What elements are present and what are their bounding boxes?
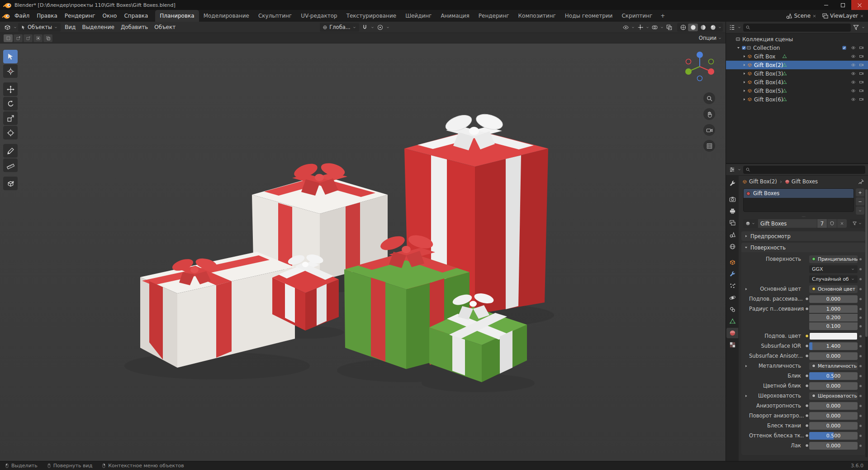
filter-icon[interactable] xyxy=(853,24,859,31)
workspace-tab[interactable]: Моделирование xyxy=(199,10,254,22)
remove-slot-button[interactable] xyxy=(856,197,864,206)
hide-toggle[interactable] xyxy=(851,54,856,59)
decorator-dot[interactable] xyxy=(858,375,863,377)
fake-user-button[interactable] xyxy=(827,219,837,228)
pan-button[interactable] xyxy=(703,108,715,120)
workspace-tab[interactable]: Шейдинг xyxy=(401,10,436,22)
maximize-button[interactable] xyxy=(835,0,851,10)
tab-physics[interactable] xyxy=(726,293,738,303)
tool-scale-button[interactable] xyxy=(3,111,18,125)
material-name-field[interactable]: Gift Boxes xyxy=(758,219,817,228)
render-toggle[interactable] xyxy=(859,80,864,85)
workspace-tab[interactable]: Ноды геометрии xyxy=(560,10,617,22)
tab-scene[interactable] xyxy=(726,230,738,240)
select-mode-set-button[interactable] xyxy=(4,34,13,42)
tool-move-button[interactable] xyxy=(3,82,18,96)
hide-toggle[interactable] xyxy=(851,97,856,102)
node-link-button[interactable]: Металличность xyxy=(809,362,858,370)
menu-item[interactable]: Правка xyxy=(33,11,61,20)
proportional-editing-toggle[interactable] xyxy=(375,23,385,32)
camera-view-button[interactable] xyxy=(703,124,715,136)
workspace-tab[interactable]: Рендеринг xyxy=(474,10,514,22)
decorator-dot[interactable] xyxy=(858,325,863,327)
properties-editor-icon[interactable] xyxy=(729,166,735,173)
node-link-button[interactable]: Принципиальный BSDF xyxy=(809,255,858,263)
value-slider[interactable]: 1.000 xyxy=(809,305,858,313)
decorator-dot[interactable] xyxy=(858,365,863,367)
outliner-row[interactable]: Gift Box(3) xyxy=(726,69,868,78)
decorator-dot[interactable] xyxy=(858,268,863,270)
tab-modifiers[interactable] xyxy=(726,269,738,279)
workspace-tab[interactable]: UV-редактор xyxy=(296,10,342,22)
decorator-dot[interactable] xyxy=(858,298,863,300)
outliner-row[interactable]: Gift Box(4) xyxy=(726,78,868,86)
menu-item[interactable]: Рендеринг xyxy=(61,11,99,20)
show-gizmos-toggle[interactable] xyxy=(636,23,645,32)
render-toggle[interactable] xyxy=(859,97,864,102)
breadcrumb-object[interactable]: Gift Box(2) xyxy=(749,178,777,185)
list-resize-grip[interactable] xyxy=(739,215,868,219)
node-link-button[interactable]: Шероховатость xyxy=(809,392,858,400)
viewport-menu-item[interactable]: Добавить xyxy=(118,24,151,30)
panel-surface[interactable]: Поверхность xyxy=(741,243,865,252)
viewport-menu-item[interactable]: Объект xyxy=(151,24,179,30)
expand-icon[interactable] xyxy=(743,394,749,398)
workspace-tab[interactable]: Композитинг xyxy=(514,10,560,22)
editor-type-button[interactable] xyxy=(3,23,12,32)
menu-item[interactable]: Окно xyxy=(99,11,121,20)
slot-specials-button[interactable] xyxy=(856,206,864,215)
material-slot-list[interactable]: Gift Boxes xyxy=(743,188,854,212)
decorator-dot[interactable] xyxy=(858,415,863,417)
shading-material-button[interactable] xyxy=(698,24,708,31)
unlink-scene-icon[interactable] xyxy=(812,14,817,19)
workspace-tab[interactable]: Анимация xyxy=(436,10,474,22)
expand-icon[interactable] xyxy=(741,89,747,93)
outliner-row[interactable]: Gift Box(6) xyxy=(726,95,868,104)
tool-transform-button[interactable] xyxy=(3,126,18,139)
expand-icon[interactable] xyxy=(741,97,747,101)
shading-solid-button[interactable] xyxy=(688,24,698,31)
scrollbar[interactable] xyxy=(865,189,868,457)
viewlayer-name[interactable]: ViewLayer xyxy=(830,13,858,19)
select-mode-extend-button[interactable] xyxy=(14,34,23,42)
hide-toggle[interactable] xyxy=(851,62,856,67)
value-slider[interactable]: 0.200 xyxy=(809,314,858,321)
expand-icon[interactable] xyxy=(741,80,747,84)
render-toggle[interactable] xyxy=(859,62,864,67)
value-slider[interactable]: 0.000 xyxy=(809,412,858,420)
workspace-tab[interactable]: Скриптинг xyxy=(617,10,657,22)
shading-wireframe-button[interactable] xyxy=(678,24,688,31)
scene-name[interactable]: Scene xyxy=(794,13,811,19)
decorator-dot[interactable] xyxy=(858,355,863,357)
value-slider[interactable]: 1.400 xyxy=(809,342,858,350)
decorator-dot[interactable] xyxy=(858,335,863,337)
expand-icon[interactable] xyxy=(741,54,747,58)
outliner-row[interactable]: Gift Box(5) xyxy=(726,86,868,95)
select-mode-subtract-button[interactable] xyxy=(24,34,33,42)
minimize-button[interactable] xyxy=(818,0,835,10)
render-toggle[interactable] xyxy=(859,88,864,93)
shading-rendered-button[interactable] xyxy=(708,24,718,31)
show-overlays-toggle[interactable] xyxy=(650,23,659,32)
material-slot[interactable]: Gift Boxes xyxy=(744,189,854,198)
close-button[interactable] xyxy=(851,0,868,10)
tab-tool[interactable] xyxy=(726,178,738,189)
viewport-menu-item[interactable]: Выделение xyxy=(79,24,117,30)
menu-item[interactable]: Справка xyxy=(120,11,152,20)
mode-dropdown[interactable]: Объекты xyxy=(18,23,61,32)
hide-toggle[interactable] xyxy=(851,88,856,93)
outliner-row[interactable]: Collection xyxy=(726,43,868,52)
decorator-dot[interactable] xyxy=(858,435,863,437)
tab-object[interactable] xyxy=(726,257,738,268)
dropdown[interactable]: Случайный обход xyxy=(809,275,858,283)
nav-gizmo[interactable] xyxy=(682,49,717,84)
tool-add-cube-button[interactable] xyxy=(3,177,18,190)
decorator-dot[interactable] xyxy=(858,395,863,397)
decorator-dot[interactable] xyxy=(858,288,863,290)
expand-icon[interactable] xyxy=(741,72,747,76)
outliner-search-input[interactable] xyxy=(743,24,851,32)
visibility-dropdown[interactable] xyxy=(621,23,631,32)
tool-rotate-button[interactable] xyxy=(3,97,18,110)
hide-toggle[interactable] xyxy=(851,45,856,50)
unlink-viewlayer-icon[interactable] xyxy=(859,14,864,19)
